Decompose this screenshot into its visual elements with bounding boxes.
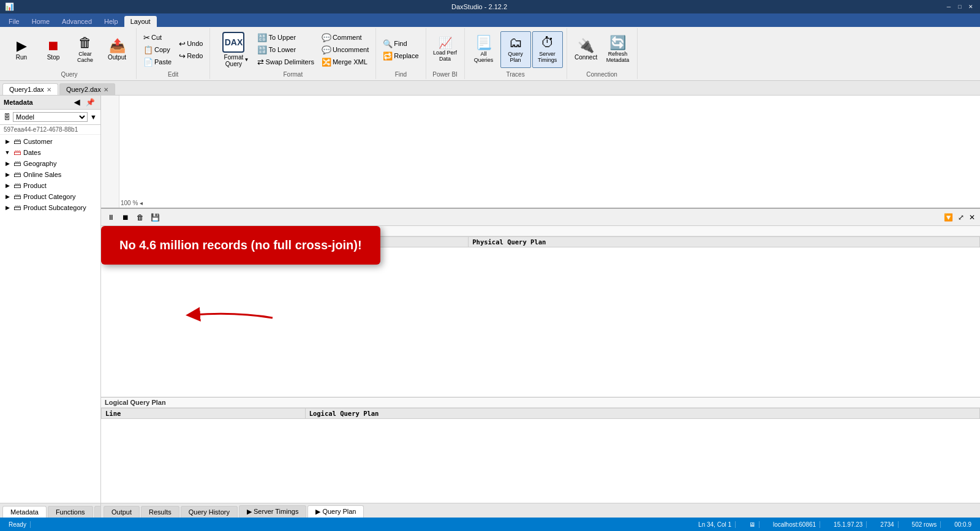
code-content[interactable] — [119, 96, 980, 208]
query-tab-1-close[interactable]: ✕ — [47, 86, 51, 93]
tab-advanced[interactable]: Advanced — [56, 16, 98, 27]
code-editor[interactable]: 100 % ◂ — [101, 96, 980, 209]
tab-query-plan[interactable]: ▶ Query Plan — [307, 505, 364, 518]
col-header-logical-plan: Logical Query Plan — [305, 409, 979, 419]
logical-query-plan-section: Logical Query Plan Line Logical Query Pl… — [101, 397, 980, 503]
ribbon-group-format-label: Format — [214, 70, 372, 78]
tree-label-customer: Customer — [23, 138, 53, 145]
swap-delimiters-button[interactable]: ⇄ Swap Delimiters — [254, 56, 317, 68]
output-button[interactable]: 📤 Output — [102, 31, 132, 68]
tree-toggle-product-subcategory: ▶ — [4, 205, 11, 211]
ribbon-group-find-label: Find — [380, 70, 421, 78]
physical-plan-table-wrap[interactable]: Line Records Physical Query Plan — [101, 236, 980, 397]
ribbon-group-connection: 🔌 Connect 🔄 RefreshMetadata Connection — [567, 28, 638, 79]
collapse-results-icon[interactable]: 🔽 — [943, 212, 954, 223]
close-button[interactable]: ✕ — [967, 2, 975, 11]
save-results-button[interactable]: 💾 — [149, 211, 161, 224]
dax-dropdown-arrow: ▼ — [244, 57, 249, 62]
clear-cache-button[interactable]: 🗑 ClearCache — [70, 31, 100, 68]
replace-button[interactable]: 🔁 Replace — [380, 50, 421, 62]
dax-logo: DAX — [222, 32, 244, 53]
results-panel: ⏸ ⏹ 🗑 💾 🔽 ⤢ ✕ Physical Query Plan — [101, 209, 980, 518]
tree-item-online-sales[interactable]: ▶ 🗃 Online Sales — [0, 169, 100, 180]
tab-layout[interactable]: Layout — [124, 16, 157, 27]
close-results-icon[interactable]: ✕ — [968, 212, 976, 223]
query-plan-button[interactable]: 🗂 QueryPlan — [500, 31, 531, 68]
merge-xml-button[interactable]: 🔀 Merge XML — [318, 56, 372, 68]
model-selector-area: 🗄 Model ▼ — [0, 110, 100, 125]
physical-plan-label: Physical Query Plan — [105, 227, 170, 235]
merge-icon: 🔀 — [322, 58, 331, 67]
col-header-line-logical: Line — [102, 409, 306, 419]
tab-query-history[interactable]: Query History — [181, 506, 238, 518]
redo-button[interactable]: ↪ Redo — [176, 50, 206, 62]
sidebar-collapse-button[interactable]: ◀ — [72, 97, 81, 107]
sidebar: Metadata ◀ 📌 🗄 Model ▼ 597eaa44-e712-467… — [0, 96, 101, 518]
query-tab-2-close[interactable]: ✕ — [104, 86, 108, 93]
output-icon: 📤 — [109, 39, 126, 53]
to-lower-button[interactable]: 🔡 To Lower — [254, 44, 317, 56]
tab-file[interactable]: File — [2, 16, 26, 27]
paste-button[interactable]: 📄 Paste — [140, 56, 175, 68]
uncomment-button[interactable]: 💬 Uncomment — [318, 44, 372, 56]
tab-functions[interactable]: Functions — [48, 506, 93, 518]
maximize-button[interactable]: □ — [956, 2, 964, 11]
status-row-count: 502 rows — [908, 521, 941, 528]
query-tab-1[interactable]: Query1.dax ✕ — [2, 83, 58, 95]
cut-button[interactable]: ✂ Cut — [140, 32, 175, 43]
expand-results-icon[interactable]: ⤢ — [957, 212, 965, 223]
tab-help[interactable]: Help — [98, 16, 124, 27]
connect-button[interactable]: 🔌 Connect — [571, 31, 601, 68]
stop-icon: ⏹ — [47, 39, 60, 53]
tree-item-product-category[interactable]: ▶ 🗃 Product Category — [0, 191, 100, 202]
minimize-button[interactable]: ─ — [944, 2, 953, 11]
ribbon-group-find: 🔍 Find 🔁 Replace Find — [376, 28, 426, 79]
tree-item-geography[interactable]: ▶ 🗃 Geography — [0, 158, 100, 169]
ribbon-group-traces-label: Traces — [469, 70, 563, 78]
tab-results[interactable]: Results — [141, 506, 179, 518]
copy-button[interactable]: 📋 Copy — [140, 44, 175, 56]
cut-icon: ✂ — [143, 33, 150, 42]
query-tab-2[interactable]: Query2.dax ✕ — [59, 83, 115, 95]
server-timings-button[interactable]: ⏱ ServerTimings — [532, 31, 563, 68]
to-upper-icon: 🔠 — [257, 33, 267, 42]
ribbon-tab-bar: File Home Advanced Help Layout — [0, 13, 980, 27]
logical-plan-table: Line Logical Query Plan — [101, 408, 980, 419]
stop-results-button[interactable]: ⏹ — [119, 211, 132, 224]
replace-icon: 🔁 — [383, 51, 393, 61]
ribbon-group-traces: 📃 AllQueries 🗂 QueryPlan ⏱ ServerTimings… — [465, 28, 567, 79]
stop-button[interactable]: ⏹ Stop — [38, 31, 69, 68]
tab-metadata[interactable]: Metadata — [2, 506, 47, 518]
status-database: 15.1.97.23 — [830, 521, 867, 528]
logical-plan-table-wrap[interactable]: Line Logical Query Plan — [101, 408, 980, 503]
metadata-label: Metadata — [4, 99, 33, 106]
clear-results-button[interactable]: 🗑 — [134, 211, 146, 224]
all-queries-button[interactable]: 📃 AllQueries — [469, 31, 499, 68]
model-dropdown[interactable]: Model — [13, 112, 88, 122]
sidebar-bottom-tabs: Metadata Functions DMV — [0, 503, 100, 518]
tree-item-product[interactable]: ▶ 🗃 Product — [0, 180, 100, 191]
tab-output[interactable]: Output — [104, 506, 140, 518]
load-perf-data-button[interactable]: 📈 Load PerfData — [430, 31, 461, 68]
tab-server-timings[interactable]: ▶ Server Timings — [239, 505, 306, 518]
tree-item-product-subcategory[interactable]: ▶ 🗃 Product Subcategory — [0, 202, 100, 213]
undo-button[interactable]: ↩ Undo — [176, 38, 206, 50]
format-query-button[interactable]: DAX FormatQuery ▼ — [214, 31, 253, 68]
col-header-records: Records — [249, 237, 469, 247]
refresh-metadata-button[interactable]: 🔄 RefreshMetadata — [603, 31, 633, 68]
pause-results-button[interactable]: ⏸ — [105, 211, 117, 224]
model-dropdown-arrow[interactable]: ▼ — [90, 113, 97, 121]
find-button[interactable]: 🔍 Find — [380, 38, 421, 50]
copy-icon: 📋 — [143, 45, 153, 55]
tab-dmv[interactable]: DMV — [94, 506, 101, 518]
table-icon-customer: 🗃 — [13, 137, 21, 146]
table-icon-geography: 🗃 — [13, 159, 21, 168]
tab-home[interactable]: Home — [26, 16, 56, 27]
comment-button[interactable]: 💬 Comment — [318, 32, 372, 43]
run-button[interactable]: ▶ Run — [6, 31, 37, 68]
tree-item-customer[interactable]: ▶ 🗃 Customer — [0, 136, 100, 147]
to-upper-button[interactable]: 🔠 To Upper — [254, 32, 317, 43]
sidebar-pin-button[interactable]: 📌 — [84, 97, 97, 107]
refresh-icon: 🔄 — [609, 36, 626, 50]
tree-item-dates[interactable]: ▼ 🗃 Dates — [0, 147, 100, 158]
